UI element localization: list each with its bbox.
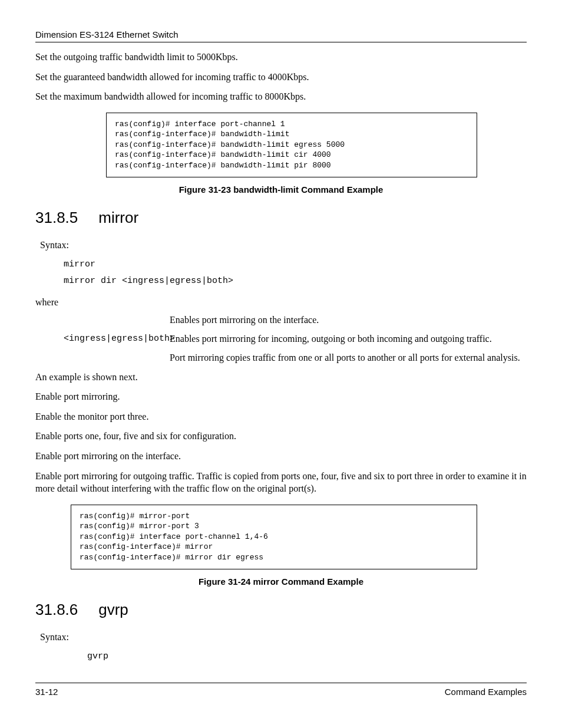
section-heading-gvrp: 31.8.6 gvrp — [35, 601, 527, 619]
param-term — [64, 351, 170, 364]
mirror-step-5: Enable port mirroring for outgoing traff… — [35, 470, 527, 495]
section-number: 31.8.6 — [35, 601, 94, 619]
mirror-step-4: Enable port mirroring on the interface. — [35, 450, 527, 463]
code-example-bandwidth-limit: ras(config)# interface port-channel 1 ra… — [106, 113, 477, 177]
figure-caption-31-23: Figure 31-23 bandwidth-limit Command Exa… — [35, 185, 527, 195]
section-title: gvrp — [98, 601, 128, 618]
footer-page-number: 31-12 — [35, 687, 58, 697]
param-row: Port mirroring copies traffic from one o… — [64, 351, 527, 364]
param-row: <ingress|egress|both> Enables port mirro… — [64, 332, 527, 345]
footer-section-title: Command Examples — [445, 687, 527, 697]
mirror-step-3: Enable ports one, four, five and six for… — [35, 430, 527, 443]
param-desc: Enables port mirroring on the interface. — [170, 314, 527, 327]
syntax-block-gvrp: gvrp — [87, 648, 527, 666]
page-footer: 31-12 Command Examples — [35, 683, 527, 697]
code-example-mirror: ras(config)# mirror-port ras(config)# mi… — [71, 505, 477, 569]
param-row: Enables port mirroring on the interface. — [64, 314, 527, 327]
intro-paragraph-1: Set the outgoing traffic bandwidth limit… — [35, 51, 527, 64]
example-intro: An example is shown next. — [35, 371, 527, 384]
param-term — [64, 314, 170, 327]
page-header: Dimension ES-3124 Ethernet Switch — [35, 29, 527, 42]
section-number: 31.8.5 — [35, 209, 94, 227]
section-heading-mirror: 31.8.5 mirror — [35, 209, 527, 227]
intro-paragraph-3: Set the maximum bandwidth allowed for in… — [35, 90, 527, 103]
mirror-step-1: Enable port mirroring. — [35, 390, 527, 403]
param-desc: Enables port mirroring for incoming, out… — [170, 332, 527, 345]
param-desc: Port mirroring copies traffic from one o… — [170, 351, 527, 364]
param-term: <ingress|egress|both> — [64, 332, 170, 345]
intro-paragraph-2: Set the guaranteed bandwidth allowed for… — [35, 71, 527, 84]
section-title: mirror — [98, 209, 138, 226]
mirror-step-2: Enable the monitor port three. — [35, 410, 527, 423]
syntax-block-mirror: mirror mirror dir <ingress|egress|both> — [64, 256, 527, 290]
syntax-label: Syntax: — [40, 240, 527, 251]
figure-caption-31-24: Figure 31-24 mirror Command Example — [35, 577, 527, 587]
where-label: where — [35, 297, 527, 308]
syntax-label: Syntax: — [40, 632, 527, 643]
